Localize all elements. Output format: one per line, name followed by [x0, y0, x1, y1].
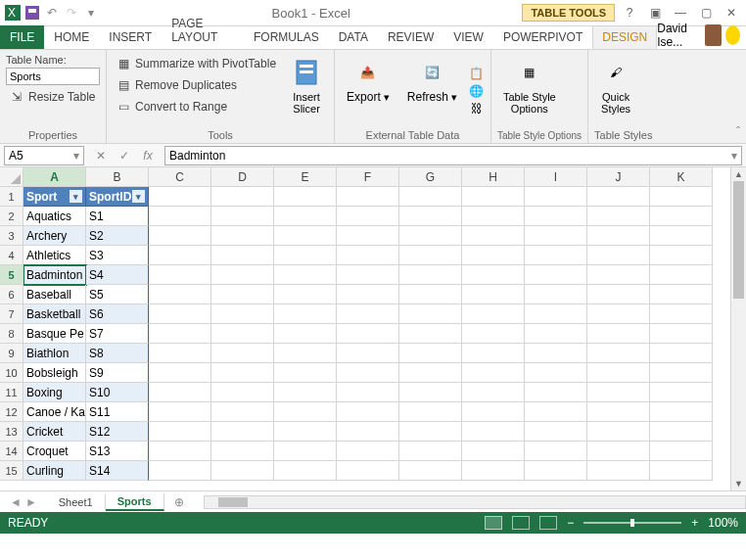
cell[interactable]: S9	[86, 363, 149, 383]
cell[interactable]	[462, 344, 525, 363]
row-header[interactable]: 11	[0, 383, 23, 402]
zoom-level[interactable]: 100%	[708, 516, 738, 530]
maximize-button[interactable]: ▢	[695, 3, 717, 23]
cell[interactable]: Archery	[23, 226, 86, 246]
chevron-down-icon[interactable]: ▾	[73, 149, 79, 163]
cell[interactable]: S3	[86, 246, 149, 265]
cell[interactable]: Biathlon	[23, 344, 86, 363]
cell[interactable]	[274, 207, 337, 226]
cell[interactable]	[525, 383, 587, 402]
horizontal-scrollbar[interactable]	[204, 495, 747, 509]
cell[interactable]	[274, 402, 337, 422]
cell[interactable]	[462, 187, 525, 207]
column-header[interactable]: C	[149, 167, 211, 187]
cell[interactable]	[211, 285, 274, 304]
cell[interactable]	[149, 402, 211, 422]
cell[interactable]	[399, 226, 462, 246]
tab-review[interactable]: REVIEW	[378, 25, 443, 49]
cell[interactable]	[149, 461, 211, 481]
table-style-options-button[interactable]: ▦Table Style Options	[497, 54, 562, 128]
cell[interactable]	[525, 187, 587, 207]
cell[interactable]	[274, 285, 337, 304]
column-header[interactable]: H	[462, 167, 525, 187]
new-sheet-button[interactable]: ⊕	[164, 495, 194, 509]
cell[interactable]	[337, 461, 399, 481]
summarize-pivot-button[interactable]: ▦Summarize with PivotTable	[113, 54, 279, 73]
cell[interactable]	[650, 383, 713, 402]
cell[interactable]	[525, 461, 587, 481]
collapse-ribbon-icon[interactable]: ˆ	[736, 125, 740, 139]
row-header[interactable]: 3	[0, 226, 23, 246]
zoom-slider[interactable]	[583, 522, 681, 524]
cell[interactable]: Croquet	[23, 442, 86, 461]
formula-bar[interactable]: Badminton▾	[164, 146, 742, 165]
column-header[interactable]: G	[399, 167, 462, 187]
cell[interactable]	[149, 265, 211, 285]
page-break-view-button[interactable]	[539, 516, 557, 530]
row-header[interactable]: 14	[0, 442, 23, 461]
cell[interactable]	[462, 363, 525, 383]
tab-view[interactable]: VIEW	[443, 25, 493, 49]
column-header[interactable]: A	[23, 167, 86, 187]
column-header[interactable]: F	[337, 167, 399, 187]
ribbon-options-button[interactable]: ▣	[644, 3, 666, 23]
cell[interactable]	[337, 402, 399, 422]
cell[interactable]	[399, 207, 462, 226]
cell[interactable]	[650, 442, 713, 461]
expand-formula-icon[interactable]: ▾	[731, 149, 737, 163]
cell[interactable]	[462, 207, 525, 226]
cell[interactable]	[587, 207, 650, 226]
sheet-tab-sports[interactable]: Sports	[106, 493, 164, 511]
cell[interactable]	[650, 422, 713, 442]
close-button[interactable]: ✕	[721, 3, 742, 23]
export-button[interactable]: 📤Export ▾	[341, 54, 396, 127]
cell[interactable]	[650, 324, 713, 344]
column-header[interactable]: D	[211, 167, 274, 187]
cell[interactable]: S12	[86, 422, 149, 442]
cell[interactable]	[211, 246, 274, 265]
tab-file[interactable]: FILE	[0, 25, 44, 49]
cell[interactable]	[274, 304, 337, 324]
unlink-icon[interactable]: ⛓	[469, 101, 485, 117]
cell[interactable]	[650, 285, 713, 304]
tab-powerpivot[interactable]: POWERPIVOT	[493, 25, 592, 49]
cell[interactable]	[274, 324, 337, 344]
cell[interactable]	[211, 187, 274, 207]
cell[interactable]	[650, 246, 713, 265]
cell[interactable]	[462, 422, 525, 442]
cell[interactable]	[587, 461, 650, 481]
column-header[interactable]: J	[587, 167, 650, 187]
row-header[interactable]: 13	[0, 422, 23, 442]
cell[interactable]	[399, 285, 462, 304]
row-header[interactable]: 8	[0, 324, 23, 344]
cell[interactable]: S14	[86, 461, 149, 481]
cell[interactable]	[337, 304, 399, 324]
tab-design[interactable]: DESIGN	[592, 25, 657, 49]
avatar[interactable]	[705, 24, 722, 46]
row-header[interactable]: 2	[0, 207, 23, 226]
filter-icon[interactable]: ▾	[132, 190, 145, 203]
cell[interactable]	[525, 304, 587, 324]
cell[interactable]	[274, 265, 337, 285]
minimize-button[interactable]: ―	[670, 3, 691, 23]
cell[interactable]	[337, 207, 399, 226]
cell[interactable]: S6	[86, 304, 149, 324]
cell[interactable]	[525, 265, 587, 285]
cell[interactable]	[587, 344, 650, 363]
convert-range-button[interactable]: ▭Convert to Range	[113, 97, 279, 117]
cell[interactable]	[525, 363, 587, 383]
cell[interactable]	[211, 344, 274, 363]
enter-formula-icon[interactable]: ✓	[116, 149, 133, 163]
redo-icon[interactable]: ↷	[63, 4, 80, 22]
cell[interactable]	[462, 461, 525, 481]
cell[interactable]	[525, 285, 587, 304]
cell[interactable]	[462, 304, 525, 324]
cell[interactable]	[337, 422, 399, 442]
row-header[interactable]: 4	[0, 246, 23, 265]
cell[interactable]: Baseball	[23, 285, 86, 304]
cell[interactable]: S5	[86, 285, 149, 304]
cell[interactable]	[587, 285, 650, 304]
cell[interactable]	[462, 265, 525, 285]
cell[interactable]	[650, 265, 713, 285]
table-name-input[interactable]	[6, 68, 100, 85]
